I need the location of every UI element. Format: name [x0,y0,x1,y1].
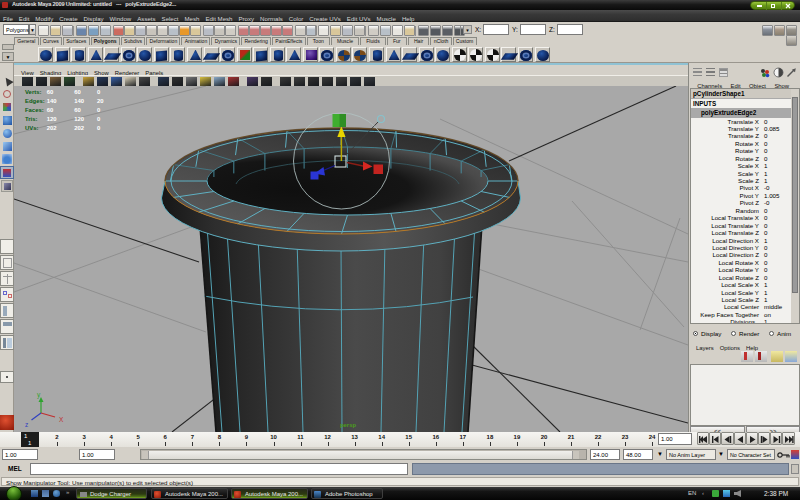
svg-text:120: 120 [74,116,85,122]
svg-text:202: 202 [74,125,85,131]
svg-text:60: 60 [74,89,81,95]
svg-text:Edges:: Edges: [25,98,45,104]
svg-text:20: 20 [97,98,104,104]
svg-text:persp: persp [340,422,356,428]
svg-text:60: 60 [47,107,54,113]
svg-text:140: 140 [74,98,85,104]
svg-text:60: 60 [74,107,81,113]
svg-text:Verts:: Verts: [25,89,41,95]
svg-text:140: 140 [47,98,58,104]
svg-text:120: 120 [47,116,58,122]
svg-text:60: 60 [47,89,54,95]
svg-text:z: z [25,421,28,428]
svg-text:Faces:: Faces: [25,107,44,113]
svg-text:X: X [59,416,64,423]
svg-text:UVs:: UVs: [25,125,38,131]
svg-text:Tris:: Tris: [25,116,37,122]
svg-text:202: 202 [47,125,58,131]
